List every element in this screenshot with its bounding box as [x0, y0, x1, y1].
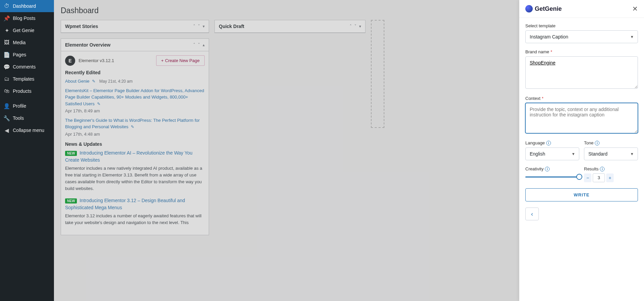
info-icon[interactable]: i [600, 167, 605, 171]
context-label: Context * [525, 96, 638, 101]
page-icon: 📄 [3, 51, 10, 58]
collapse-icon: ◀ [3, 127, 10, 134]
back-button[interactable]: ‹ [525, 208, 539, 220]
context-input[interactable] [525, 103, 638, 133]
comment-icon: 💬 [3, 63, 10, 70]
dashboard-icon: ⏱ [3, 3, 10, 9]
sidebar-item-templates[interactable]: 🗂Templates [0, 73, 54, 85]
getgenie-brand: GetGenie [525, 5, 562, 12]
sidebar-item-profile[interactable]: 👤Profile [0, 100, 54, 112]
sidebar-item-label: Blog Posts [13, 16, 35, 21]
decrement-button[interactable]: − [584, 173, 591, 182]
template-label: Select template [525, 23, 638, 28]
sidebar-item-tools[interactable]: 🔧Tools [0, 112, 54, 124]
sidebar-item-dashboard[interactable]: ⏱Dashboard [0, 0, 54, 12]
getgenie-panel: GetGenie ✕ Select template Instagram Cap… [519, 0, 644, 301]
brand-name-label: Brand name * [525, 49, 638, 54]
tools-icon: 🔧 [3, 115, 10, 121]
pin-icon: 📌 [3, 15, 10, 22]
language-label: Language i [525, 140, 579, 145]
info-icon[interactable]: i [545, 167, 550, 171]
getgenie-logo-icon [525, 5, 533, 12]
language-select[interactable]: English [525, 147, 579, 160]
sidebar-item-collapse[interactable]: ◀Collapse menu [0, 124, 54, 136]
sidebar-item-label: Pages [13, 52, 26, 57]
creativity-label: Creativity i [525, 166, 579, 171]
sidebar-item-label: Products [13, 88, 31, 94]
profile-icon: 👤 [3, 103, 10, 109]
sidebar-item-get-genie[interactable]: ✦Get Genie [0, 24, 54, 36]
close-button[interactable]: ✕ [632, 5, 638, 13]
sidebar-item-media[interactable]: 🖼Media [0, 36, 54, 49]
brand-name-input[interactable] [525, 56, 638, 89]
templates-icon: 🗂 [3, 76, 10, 82]
creativity-slider[interactable] [525, 173, 579, 180]
sidebar-item-label: Comments [13, 64, 36, 70]
slider-thumb[interactable] [576, 174, 582, 180]
write-button[interactable]: WRITE [525, 188, 638, 201]
sidebar-item-label: Media [13, 40, 26, 45]
info-icon[interactable]: i [546, 141, 551, 145]
tone-label: Tone i [584, 140, 638, 145]
sidebar-item-blog-posts[interactable]: 📌Blog Posts [0, 12, 54, 24]
tone-select[interactable]: Standard [584, 147, 638, 160]
genie-icon: ✦ [3, 27, 10, 34]
sidebar-item-label: Get Genie [13, 28, 34, 33]
brand-text: GetGenie [535, 5, 562, 12]
sidebar-item-pages[interactable]: 📄Pages [0, 49, 54, 61]
admin-sidebar: ⏱Dashboard 📌Blog Posts ✦Get Genie 🖼Media… [0, 0, 54, 301]
products-icon: 🛍 [3, 88, 10, 94]
sidebar-item-label: Collapse menu [13, 128, 44, 133]
sidebar-item-comments[interactable]: 💬Comments [0, 61, 54, 73]
increment-button[interactable]: + [606, 173, 614, 182]
sidebar-item-label: Templates [13, 76, 34, 82]
results-label: Results i [584, 166, 638, 171]
sidebar-item-label: Dashboard [13, 3, 36, 9]
template-select[interactable]: Instagram Caption [525, 30, 638, 43]
info-icon[interactable]: i [595, 141, 599, 145]
sidebar-item-label: Tools [13, 115, 24, 121]
media-icon: 🖼 [3, 39, 10, 46]
sidebar-item-products[interactable]: 🛍Products [0, 85, 54, 97]
results-value[interactable]: 3 [593, 173, 605, 182]
sidebar-item-label: Profile [13, 103, 26, 109]
